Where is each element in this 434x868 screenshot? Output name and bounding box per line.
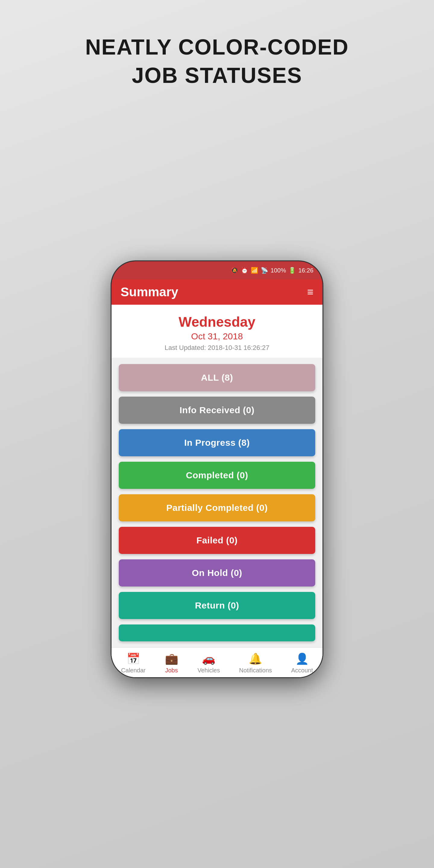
- app-title: Summary: [121, 285, 178, 299]
- btn-in-progress[interactable]: In Progress (8): [119, 429, 315, 456]
- title-line2: JOB STATUSES: [132, 63, 302, 87]
- screen-content: Wednesday Oct 31, 2018 Last Updated: 201…: [112, 305, 322, 677]
- title-bold: COLOR-CODED: [178, 35, 349, 59]
- phone-body: 🔕 ⏰ 📶 📡 100% 🔋 16:26 Summary ≡ Wednesday…: [112, 261, 322, 677]
- day-name: Wednesday: [118, 314, 316, 330]
- battery-icon: 🔋: [288, 267, 296, 274]
- nav-notifications[interactable]: 🔔 Notifications: [239, 652, 272, 674]
- account-icon: 👤: [296, 652, 309, 665]
- alarm-icon: ⏰: [241, 267, 248, 274]
- date-text: Oct 31, 2018: [118, 331, 316, 341]
- wifi-icon: 📶: [251, 267, 258, 274]
- nav-account[interactable]: 👤 Account: [291, 652, 313, 674]
- btn-on-hold[interactable]: On Hold (0): [119, 559, 315, 587]
- date-section: Wednesday Oct 31, 2018 Last Updated: 201…: [112, 305, 322, 358]
- btn-return[interactable]: Return (0): [119, 592, 315, 619]
- nav-calendar[interactable]: 📅 Calendar: [121, 652, 146, 674]
- notifications-icon: 🔔: [249, 652, 262, 665]
- page-title: NEATLY COLOR-CODED JOB STATUSES: [85, 33, 349, 90]
- phone-mockup: 🔕 ⏰ 📶 📡 100% 🔋 16:26 Summary ≡ Wednesday…: [102, 107, 332, 831]
- btn-failed[interactable]: Failed (0): [119, 527, 315, 554]
- last-updated: Last Updated: 2018-10-31 16:26:27: [118, 344, 316, 352]
- status-buttons-container: ALL (8) Info Received (0) In Progress (8…: [112, 358, 322, 647]
- title-normal: NEATLY: [85, 35, 179, 59]
- status-icons: 🔕 ⏰ 📶 📡 100% 🔋 16:26: [231, 267, 313, 274]
- btn-extra-partial: [119, 624, 315, 641]
- status-bar: 🔕 ⏰ 📶 📡 100% 🔋 16:26: [112, 261, 322, 279]
- btn-completed[interactable]: Completed (0): [119, 462, 315, 489]
- battery-text: 100%: [271, 267, 286, 274]
- hamburger-icon[interactable]: ≡: [307, 286, 313, 299]
- mute-icon: 🔕: [231, 267, 239, 274]
- bottom-nav: 📅 Calendar 💼 Jobs 🚗 Vehicles 🔔 Notificat…: [112, 647, 322, 677]
- calendar-icon: 📅: [127, 652, 140, 665]
- time-display: 16:26: [299, 267, 313, 274]
- nav-jobs-label: Jobs: [165, 667, 178, 674]
- nav-notifications-label: Notifications: [239, 667, 272, 674]
- btn-partially-completed[interactable]: Partially Completed (0): [119, 494, 315, 521]
- nav-calendar-label: Calendar: [121, 667, 146, 674]
- nav-vehicles[interactable]: 🚗 Vehicles: [197, 652, 220, 674]
- app-header: Summary ≡: [112, 279, 322, 305]
- jobs-icon: 💼: [165, 652, 179, 665]
- nav-account-label: Account: [291, 667, 313, 674]
- nav-vehicles-label: Vehicles: [197, 667, 220, 674]
- signal-icon: 📡: [261, 267, 268, 274]
- nav-jobs[interactable]: 💼 Jobs: [165, 652, 179, 674]
- vehicles-icon: 🚗: [202, 652, 216, 665]
- btn-info-received[interactable]: Info Received (0): [119, 397, 315, 424]
- btn-all[interactable]: ALL (8): [119, 364, 315, 391]
